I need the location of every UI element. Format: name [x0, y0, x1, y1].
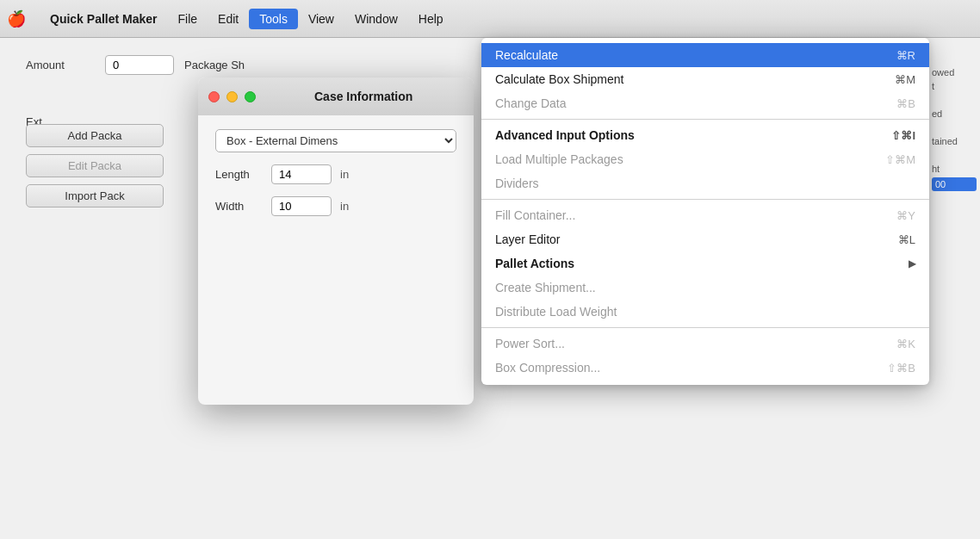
case-width-unit: in: [340, 200, 349, 213]
recalculate-item[interactable]: Recalculate ⌘R: [481, 43, 929, 67]
dividers-label: Dividers: [495, 177, 898, 190]
menu-items: Quick Pallet Maker File Edit Tools View …: [40, 9, 454, 29]
advanced-input-label: Advanced Input Options: [495, 128, 874, 142]
layer-editor-label: Layer Editor: [495, 232, 881, 246]
menu-window[interactable]: Window: [344, 9, 408, 29]
menu-edit[interactable]: Edit: [208, 9, 249, 29]
add-package-button[interactable]: Add Packa: [26, 124, 164, 147]
import-pack-button[interactable]: Import Pack: [26, 184, 164, 208]
layer-editor-item[interactable]: Layer Editor ⌘L: [481, 227, 929, 251]
menubar: 🍎 Quick Pallet Maker File Edit Tools Vie…: [0, 0, 980, 38]
case-window-titlebar: Case Information: [198, 77, 474, 115]
right-text-4: tained: [932, 136, 977, 146]
minimize-button[interactable]: [226, 91, 238, 102]
calculate-box-item[interactable]: Calculate Box Shipment ⌘M: [481, 67, 929, 91]
package-sh-label: Package Sh: [184, 59, 253, 71]
create-shipment-label: Create Shipment...: [495, 281, 915, 294]
recalculate-shortcut: ⌘R: [896, 49, 915, 62]
fill-container-item: Fill Container... ⌘Y: [481, 203, 929, 227]
right-text-1: owed: [932, 67, 977, 77]
submenu-arrow-icon: ▶: [909, 258, 915, 270]
box-select-row: Box - External Dimens: [215, 129, 456, 152]
pallet-actions-label: Pallet Actions: [495, 257, 902, 270]
layer-editor-shortcut: ⌘L: [898, 233, 915, 246]
case-width-input[interactable]: [271, 196, 332, 216]
power-sort-item: Power Sort... ⌘K: [481, 331, 929, 356]
case-window-title: Case Information: [314, 90, 412, 103]
change-data-item: Change Data ⌘B: [481, 91, 929, 115]
amount-label: Amount: [26, 59, 95, 71]
case-length-row: Length in: [215, 164, 456, 184]
menu-tools[interactable]: Tools: [249, 9, 298, 29]
case-width-label: Width: [215, 200, 263, 213]
fill-container-label: Fill Container...: [495, 208, 879, 222]
power-sort-shortcut: ⌘K: [896, 338, 915, 350]
pallet-actions-item[interactable]: Pallet Actions ▶: [481, 251, 929, 276]
app-name: Quick Pallet Maker: [40, 9, 168, 29]
load-multiple-shortcut: ⇧⌘M: [885, 153, 915, 166]
dropdown-section-1: Recalculate ⌘R Calculate Box Shipment ⌘M…: [481, 41, 929, 117]
dropdown-section-4: Power Sort... ⌘K Box Compression... ⇧⌘B: [481, 327, 929, 381]
change-data-label: Change Data: [495, 96, 879, 110]
case-length-label: Length: [215, 168, 263, 181]
distribute-load-item: Distribute Load Weight: [481, 300, 929, 324]
load-multiple-item: Load Multiple Packages ⇧⌘M: [481, 147, 929, 171]
menu-file[interactable]: File: [168, 9, 208, 29]
dropdown-section-2: Advanced Input Options ⇧⌘I Load Multiple…: [481, 119, 929, 197]
case-width-row: Width in: [215, 196, 456, 216]
advanced-input-shortcut: ⇧⌘I: [891, 129, 915, 142]
apple-menu[interactable]: 🍎: [7, 9, 26, 28]
edit-package-button[interactable]: Edit Packa: [26, 154, 164, 177]
right-text-2: t: [932, 81, 977, 91]
calculate-box-shortcut: ⌘M: [895, 73, 915, 86]
amount-input[interactable]: [105, 55, 174, 75]
menu-view[interactable]: View: [298, 9, 344, 29]
change-data-shortcut: ⌘B: [896, 97, 915, 110]
case-length-unit: in: [340, 168, 349, 181]
recalculate-label: Recalculate: [495, 48, 879, 62]
load-multiple-label: Load Multiple Packages: [495, 152, 868, 166]
dividers-item: Dividers: [481, 171, 929, 195]
box-compression-label: Box Compression...: [495, 361, 870, 375]
right-text-3: ed: [932, 108, 977, 119]
case-length-input[interactable]: [271, 164, 332, 184]
dropdown-section-3: Fill Container... ⌘Y Layer Editor ⌘L Pal…: [481, 199, 929, 325]
power-sort-label: Power Sort...: [495, 337, 879, 350]
calculate-box-label: Calculate Box Shipment: [495, 72, 878, 86]
close-button[interactable]: [208, 91, 220, 102]
fill-container-shortcut: ⌘Y: [896, 209, 915, 222]
right-panel: owed t ed tained ht 00: [928, 64, 980, 195]
distribute-load-label: Distribute Load Weight: [495, 305, 915, 319]
case-window-body: Box - External Dimens Length in Width in: [198, 115, 474, 242]
right-text-6: 00: [932, 177, 977, 191]
bg-buttons: Add Packa Edit Packa Import Pack: [0, 107, 189, 225]
box-type-select[interactable]: Box - External Dimens: [215, 129, 456, 152]
box-compression-shortcut: ⇧⌘B: [887, 362, 915, 375]
tools-dropdown-menu: Recalculate ⌘R Calculate Box Shipment ⌘M…: [481, 38, 929, 385]
create-shipment-item: Create Shipment...: [481, 276, 929, 300]
case-information-window: Case Information Box - External Dimens L…: [198, 77, 474, 405]
box-compression-item: Box Compression... ⇧⌘B: [481, 356, 929, 380]
menu-help[interactable]: Help: [408, 9, 454, 29]
maximize-button[interactable]: [245, 91, 256, 102]
advanced-input-item[interactable]: Advanced Input Options ⇧⌘I: [481, 123, 929, 147]
right-text-5: ht: [932, 164, 977, 174]
